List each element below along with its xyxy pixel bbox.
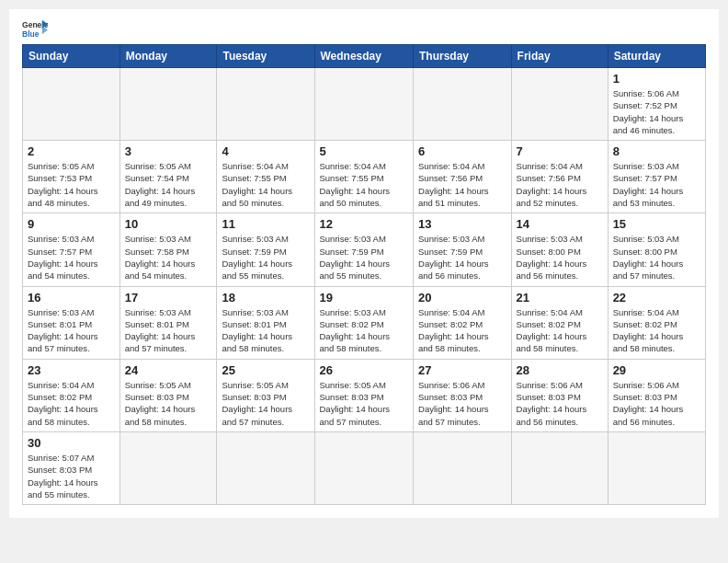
day-info: Sunrise: 5:03 AM Sunset: 7:57 PM Dayligh… [613, 160, 700, 209]
calendar-cell: 5Sunrise: 5:04 AM Sunset: 7:55 PM Daylig… [314, 141, 414, 213]
day-number: 2 [28, 144, 115, 158]
calendar-cell: 9Sunrise: 5:03 AM Sunset: 7:57 PM Daylig… [23, 213, 120, 286]
calendar-cell: 17Sunrise: 5:03 AM Sunset: 8:01 PM Dayli… [119, 286, 217, 359]
calendar-cell: 3Sunrise: 5:05 AM Sunset: 7:54 PM Daylig… [119, 141, 217, 213]
day-info: Sunrise: 5:03 AM Sunset: 8:00 PM Dayligh… [613, 233, 700, 282]
day-info: Sunrise: 5:03 AM Sunset: 8:01 PM Dayligh… [28, 306, 115, 355]
day-info: Sunrise: 5:03 AM Sunset: 8:01 PM Dayligh… [125, 306, 212, 355]
day-info: Sunrise: 5:06 AM Sunset: 7:52 PM Dayligh… [613, 87, 700, 136]
weekday-header-sunday: Sunday [23, 45, 120, 68]
day-info: Sunrise: 5:07 AM Sunset: 8:03 PM Dayligh… [28, 452, 115, 500]
day-info: Sunrise: 5:03 AM Sunset: 8:02 PM Dayligh… [320, 306, 409, 355]
day-number: 21 [517, 291, 603, 304]
calendar-row: 23Sunrise: 5:04 AM Sunset: 8:02 PM Dayli… [23, 359, 706, 431]
day-info: Sunrise: 5:05 AM Sunset: 7:54 PM Dayligh… [125, 160, 212, 209]
day-info: Sunrise: 5:03 AM Sunset: 7:59 PM Dayligh… [418, 233, 506, 282]
day-info: Sunrise: 5:04 AM Sunset: 7:56 PM Dayligh… [517, 160, 603, 209]
day-info: Sunrise: 5:04 AM Sunset: 8:02 PM Dayligh… [613, 306, 700, 355]
header: General Blue [22, 18, 706, 39]
calendar-cell: 26Sunrise: 5:05 AM Sunset: 8:03 PM Dayli… [314, 359, 414, 431]
day-info: Sunrise: 5:05 AM Sunset: 8:03 PM Dayligh… [222, 379, 309, 428]
calendar-page: General Blue SundayMondayTuesdayWednesda… [9, 9, 719, 518]
calendar-cell: 22Sunrise: 5:04 AM Sunset: 8:02 PM Dayli… [608, 286, 705, 359]
calendar-cell: 21Sunrise: 5:04 AM Sunset: 8:02 PM Dayli… [511, 286, 608, 359]
weekday-header-friday: Friday [511, 45, 608, 68]
weekday-header-monday: Monday [119, 45, 217, 68]
calendar-cell: 29Sunrise: 5:06 AM Sunset: 8:03 PM Dayli… [608, 359, 705, 431]
day-number: 9 [28, 217, 115, 231]
calendar-cell: 30Sunrise: 5:07 AM Sunset: 8:03 PM Dayli… [23, 431, 120, 504]
day-number: 16 [28, 291, 115, 304]
day-info: Sunrise: 5:04 AM Sunset: 7:55 PM Dayligh… [222, 160, 309, 209]
calendar-cell [511, 68, 608, 141]
day-number: 24 [125, 363, 212, 377]
day-number: 25 [222, 363, 309, 377]
day-info: Sunrise: 5:06 AM Sunset: 8:03 PM Dayligh… [517, 379, 603, 428]
day-number: 4 [222, 144, 309, 158]
calendar-cell [217, 68, 314, 141]
calendar-cell [23, 68, 120, 141]
day-number: 23 [28, 363, 115, 377]
day-number: 29 [613, 363, 700, 377]
day-info: Sunrise: 5:04 AM Sunset: 7:56 PM Dayligh… [418, 160, 506, 209]
logo: General Blue [22, 18, 48, 39]
general-blue-icon: General Blue [22, 18, 48, 39]
calendar-cell: 8Sunrise: 5:03 AM Sunset: 7:57 PM Daylig… [608, 141, 705, 213]
day-info: Sunrise: 5:04 AM Sunset: 8:02 PM Dayligh… [418, 306, 506, 355]
day-number: 15 [613, 217, 700, 231]
weekday-header-tuesday: Tuesday [217, 45, 314, 68]
day-info: Sunrise: 5:04 AM Sunset: 8:02 PM Dayligh… [28, 379, 115, 428]
day-info: Sunrise: 5:03 AM Sunset: 7:59 PM Dayligh… [320, 233, 409, 282]
day-number: 28 [517, 363, 603, 377]
calendar-cell: 16Sunrise: 5:03 AM Sunset: 8:01 PM Dayli… [23, 286, 120, 359]
day-info: Sunrise: 5:03 AM Sunset: 7:59 PM Dayligh… [222, 233, 309, 282]
day-number: 10 [125, 217, 212, 231]
weekday-header-saturday: Saturday [608, 45, 705, 68]
day-info: Sunrise: 5:06 AM Sunset: 8:03 PM Dayligh… [613, 379, 700, 428]
day-info: Sunrise: 5:03 AM Sunset: 7:57 PM Dayligh… [28, 233, 115, 282]
day-number: 17 [125, 291, 212, 304]
day-info: Sunrise: 5:05 AM Sunset: 8:03 PM Dayligh… [125, 379, 212, 428]
calendar-cell: 23Sunrise: 5:04 AM Sunset: 8:02 PM Dayli… [23, 359, 120, 431]
day-number: 13 [418, 217, 506, 231]
calendar-cell: 4Sunrise: 5:04 AM Sunset: 7:55 PM Daylig… [217, 141, 314, 213]
day-info: Sunrise: 5:03 AM Sunset: 7:58 PM Dayligh… [125, 233, 212, 282]
calendar-row: 30Sunrise: 5:07 AM Sunset: 8:03 PM Dayli… [23, 431, 706, 504]
calendar-cell: 11Sunrise: 5:03 AM Sunset: 7:59 PM Dayli… [217, 213, 314, 286]
calendar-cell: 28Sunrise: 5:06 AM Sunset: 8:03 PM Dayli… [511, 359, 608, 431]
calendar-cell: 15Sunrise: 5:03 AM Sunset: 8:00 PM Dayli… [608, 213, 705, 286]
calendar-cell [511, 431, 608, 504]
calendar-cell [119, 431, 217, 504]
calendar-cell: 19Sunrise: 5:03 AM Sunset: 8:02 PM Dayli… [314, 286, 414, 359]
svg-text:Blue: Blue [22, 29, 40, 39]
day-number: 8 [613, 144, 700, 158]
day-info: Sunrise: 5:04 AM Sunset: 8:02 PM Dayligh… [517, 306, 603, 355]
calendar-cell: 6Sunrise: 5:04 AM Sunset: 7:56 PM Daylig… [414, 141, 512, 213]
weekday-header-row: SundayMondayTuesdayWednesdayThursdayFrid… [23, 45, 706, 68]
day-number: 3 [125, 144, 212, 158]
day-number: 26 [320, 363, 409, 377]
day-number: 30 [28, 436, 115, 450]
weekday-header-wednesday: Wednesday [314, 45, 414, 68]
calendar-row: 16Sunrise: 5:03 AM Sunset: 8:01 PM Dayli… [23, 286, 706, 359]
day-number: 11 [222, 217, 309, 231]
calendar-row: 9Sunrise: 5:03 AM Sunset: 7:57 PM Daylig… [23, 213, 706, 286]
calendar-cell [608, 431, 705, 504]
calendar-row: 2Sunrise: 5:05 AM Sunset: 7:53 PM Daylig… [23, 141, 706, 213]
calendar-cell: 18Sunrise: 5:03 AM Sunset: 8:01 PM Dayli… [217, 286, 314, 359]
day-info: Sunrise: 5:04 AM Sunset: 7:55 PM Dayligh… [320, 160, 409, 209]
day-info: Sunrise: 5:05 AM Sunset: 8:03 PM Dayligh… [320, 379, 409, 428]
day-info: Sunrise: 5:03 AM Sunset: 8:00 PM Dayligh… [517, 233, 603, 282]
day-number: 12 [320, 217, 409, 231]
calendar-cell: 14Sunrise: 5:03 AM Sunset: 8:00 PM Dayli… [511, 213, 608, 286]
day-number: 22 [613, 291, 700, 304]
calendar-cell [217, 431, 314, 504]
calendar-cell: 20Sunrise: 5:04 AM Sunset: 8:02 PM Dayli… [414, 286, 512, 359]
calendar-cell: 1Sunrise: 5:06 AM Sunset: 7:52 PM Daylig… [608, 68, 705, 141]
calendar-row: 1Sunrise: 5:06 AM Sunset: 7:52 PM Daylig… [23, 68, 706, 141]
calendar-cell [314, 431, 414, 504]
day-number: 5 [320, 144, 409, 158]
calendar-cell: 12Sunrise: 5:03 AM Sunset: 7:59 PM Dayli… [314, 213, 414, 286]
day-number: 7 [517, 144, 603, 158]
calendar-cell: 10Sunrise: 5:03 AM Sunset: 7:58 PM Dayli… [119, 213, 217, 286]
